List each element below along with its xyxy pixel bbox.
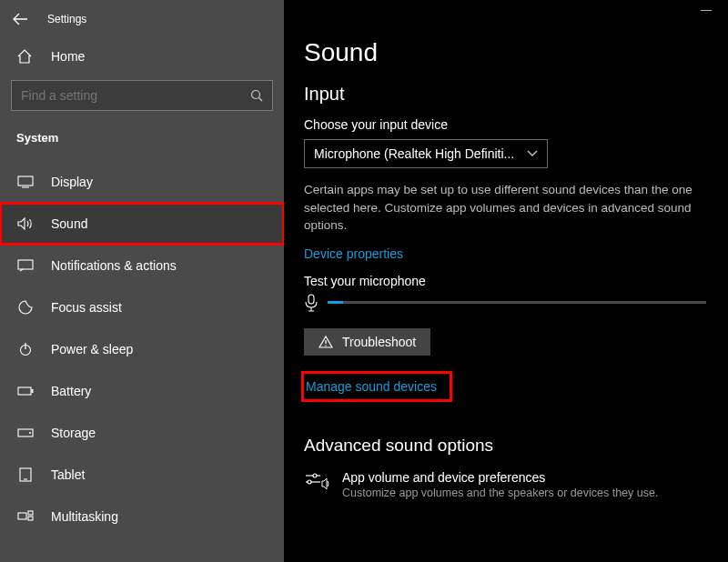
sound-icon bbox=[16, 216, 35, 231]
sidebar-item-focus[interactable]: Focus assist bbox=[0, 286, 284, 328]
home-label: Home bbox=[51, 49, 85, 64]
dropdown-value: Microphone (Realtek High Definiti... bbox=[314, 146, 514, 161]
sidebar-item-multitasking[interactable]: Multitasking bbox=[0, 496, 284, 537]
adv-title: App volume and device preferences bbox=[342, 470, 658, 485]
settings-sidebar: Settings Home System Display bbox=[0, 0, 284, 562]
mic-level bbox=[328, 301, 343, 304]
tablet-icon bbox=[16, 467, 35, 482]
battery-icon bbox=[16, 386, 35, 396]
svg-rect-2 bbox=[18, 176, 33, 186]
svg-line-1 bbox=[259, 98, 263, 102]
mic-test-row bbox=[304, 294, 706, 312]
display-icon bbox=[16, 176, 35, 188]
warning-icon bbox=[318, 336, 333, 348]
power-icon bbox=[16, 342, 35, 356]
input-description: Certain apps may be set up to use differ… bbox=[304, 181, 706, 235]
nav-label: Storage bbox=[51, 426, 96, 440]
chevron-down-icon bbox=[527, 150, 538, 157]
svg-rect-14 bbox=[28, 511, 33, 515]
search-input[interactable] bbox=[11, 80, 273, 111]
sidebar-section-label: System bbox=[0, 118, 284, 154]
sidebar-item-battery[interactable]: Battery bbox=[0, 370, 284, 412]
sidebar-item-storage[interactable]: Storage bbox=[0, 412, 284, 454]
window-title: Settings bbox=[47, 13, 86, 25]
input-device-dropdown[interactable]: Microphone (Realtek High Definiti... bbox=[304, 139, 548, 168]
sidebar-home[interactable]: Home bbox=[0, 38, 284, 73]
app-volume-prefs[interactable]: App volume and device preferences Custom… bbox=[304, 470, 706, 499]
notifications-icon bbox=[16, 259, 35, 272]
svg-point-20 bbox=[313, 474, 317, 477]
nav-label: Display bbox=[51, 175, 93, 189]
device-properties-link[interactable]: Device properties bbox=[304, 246, 403, 261]
sidebar-item-sound[interactable]: Sound bbox=[0, 203, 284, 245]
search-field[interactable] bbox=[21, 88, 250, 103]
test-mic-label: Test your microphone bbox=[304, 274, 706, 288]
svg-point-18 bbox=[325, 345, 327, 346]
sidebar-item-display[interactable]: Display bbox=[0, 161, 284, 203]
input-heading: Input bbox=[304, 84, 706, 105]
microphone-icon bbox=[304, 294, 318, 312]
svg-point-10 bbox=[29, 432, 31, 434]
nav-label: Notifications & actions bbox=[51, 258, 177, 273]
sidebar-item-tablet[interactable]: Tablet bbox=[0, 454, 284, 496]
page-title: Sound bbox=[304, 38, 706, 67]
svg-rect-13 bbox=[18, 513, 26, 519]
search-icon bbox=[250, 89, 263, 102]
manage-sound-devices-link[interactable]: Manage sound devices bbox=[304, 374, 450, 399]
adv-subtitle: Customize app volumes and the speakers o… bbox=[342, 487, 658, 499]
sidebar-nav: Display Sound Notifications & actions Fo… bbox=[0, 161, 284, 537]
svg-rect-16 bbox=[308, 295, 314, 304]
back-button[interactable] bbox=[13, 13, 27, 25]
nav-label: Tablet bbox=[51, 467, 85, 482]
nav-label: Multitasking bbox=[51, 509, 118, 524]
choose-label: Choose your input device bbox=[304, 117, 706, 132]
svg-rect-7 bbox=[18, 387, 31, 395]
svg-rect-8 bbox=[32, 389, 34, 393]
focus-icon bbox=[16, 300, 35, 315]
svg-rect-4 bbox=[18, 260, 33, 269]
svg-point-22 bbox=[308, 480, 311, 484]
mic-level-bar bbox=[328, 301, 706, 304]
sidebar-item-power[interactable]: Power & sleep bbox=[0, 328, 284, 370]
nav-label: Power & sleep bbox=[51, 342, 133, 356]
nav-label: Sound bbox=[51, 216, 87, 231]
troubleshoot-button[interactable]: Troubleshoot bbox=[304, 328, 430, 356]
nav-label: Battery bbox=[51, 384, 91, 398]
multitasking-icon bbox=[16, 510, 35, 523]
main-content: — Sound Input Choose your input device M… bbox=[284, 0, 728, 562]
minimize-button[interactable]: — bbox=[701, 4, 712, 16]
sidebar-item-notifications[interactable]: Notifications & actions bbox=[0, 245, 284, 286]
storage-icon bbox=[16, 427, 35, 438]
svg-point-0 bbox=[252, 91, 260, 99]
app-volume-icon bbox=[304, 472, 329, 499]
troubleshoot-label: Troubleshoot bbox=[342, 335, 416, 349]
home-icon bbox=[16, 49, 33, 64]
svg-rect-15 bbox=[28, 517, 33, 520]
advanced-heading: Advanced sound options bbox=[304, 436, 706, 456]
nav-label: Focus assist bbox=[51, 300, 122, 315]
